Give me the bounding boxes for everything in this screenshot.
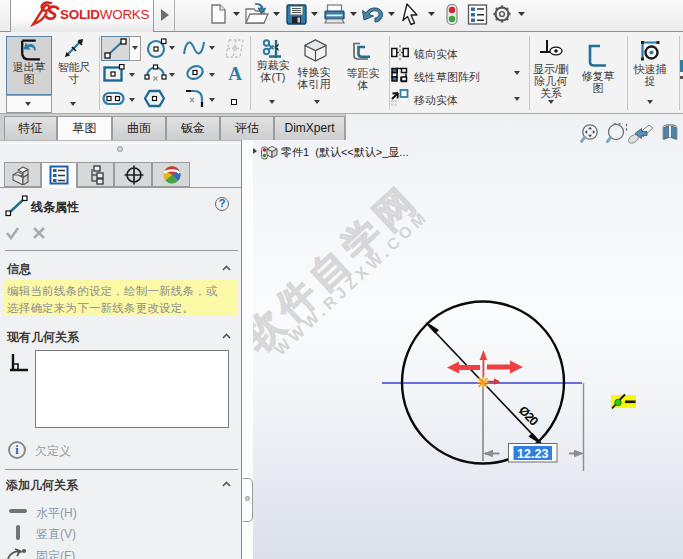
svg-text:12.23: 12.23 bbox=[517, 447, 548, 461]
svg-text:Ø20: Ø20 bbox=[516, 403, 541, 428]
